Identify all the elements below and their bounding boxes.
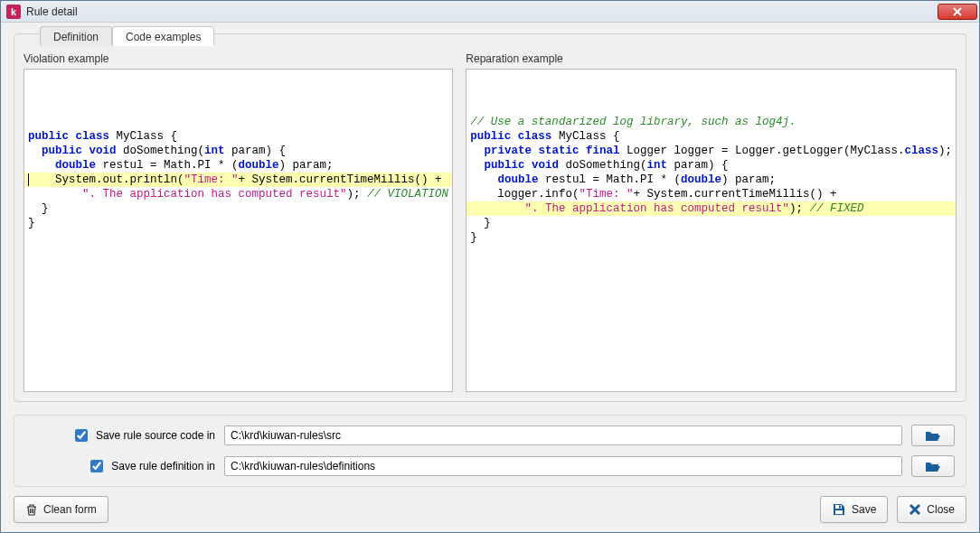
text-caret <box>28 173 29 186</box>
examples-row: Violation example public class MyClass {… <box>24 52 956 392</box>
reparation-code-editor[interactable]: // Use a standarized log library, such a… <box>466 69 956 392</box>
svg-rect-2 <box>839 506 841 509</box>
close-icon <box>952 7 963 16</box>
save-definition-label: Save rule definition in <box>111 460 215 472</box>
window-title: Rule detail <box>26 5 938 18</box>
browse-source-button[interactable] <box>911 425 955 446</box>
titlebar: k Rule detail <box>1 1 979 23</box>
save-source-path-input[interactable] <box>224 425 902 445</box>
violation-code-editor[interactable]: public class MyClass { public void doSom… <box>24 69 453 392</box>
clean-form-button[interactable]: Clean form <box>14 496 108 523</box>
save-source-row: Save rule source code in <box>25 425 955 446</box>
tab-strip: Definition Code examples <box>40 25 956 45</box>
save-definition-checkbox[interactable] <box>90 460 103 472</box>
reparation-label: Reparation example <box>466 52 956 65</box>
floppy-save-icon <box>832 502 846 517</box>
app-icon: k <box>6 5 21 19</box>
save-button-label: Save <box>852 503 876 516</box>
folder-open-icon <box>925 429 941 442</box>
save-definition-path-input[interactable] <box>224 456 902 476</box>
browse-definition-button[interactable] <box>911 455 955 477</box>
save-definition-label-wrap: Save rule definition in <box>25 457 215 475</box>
save-source-checkbox[interactable] <box>75 429 88 442</box>
right-buttons: Save Close <box>820 496 966 523</box>
tab-code-examples[interactable]: Code examples <box>112 26 214 46</box>
close-button-label: Close <box>927 503 955 516</box>
tab-definition[interactable]: Definition <box>40 26 112 46</box>
close-button[interactable]: Close <box>897 496 966 523</box>
clean-form-label: Clean form <box>43 503 97 516</box>
trash-icon <box>25 503 38 516</box>
rule-detail-window: k Rule detail Definition Code examples V… <box>0 0 980 533</box>
violation-label: Violation example <box>24 52 453 65</box>
save-button[interactable]: Save <box>820 496 888 523</box>
close-x-icon <box>909 503 921 516</box>
reparation-code: // Use a standarized log library, such a… <box>470 115 952 245</box>
button-row: Clean form Save Close <box>14 496 966 523</box>
reparation-example: Reparation example // Use a standarized … <box>466 52 956 392</box>
save-source-label-wrap: Save rule source code in <box>25 426 215 444</box>
folder-open-icon <box>925 460 941 472</box>
svg-rect-1 <box>835 510 843 514</box>
save-options-panel: Save rule source code in Save rule defin… <box>14 415 966 487</box>
save-source-label: Save rule source code in <box>96 429 215 442</box>
violation-code: public class MyClass { public void doSom… <box>28 129 448 230</box>
save-definition-row: Save rule definition in <box>25 455 955 477</box>
window-close-button[interactable] <box>938 4 977 20</box>
violation-example: Violation example public class MyClass {… <box>24 52 453 392</box>
content-area: Definition Code examples Violation examp… <box>1 23 979 532</box>
examples-panel: Definition Code examples Violation examp… <box>14 33 966 402</box>
